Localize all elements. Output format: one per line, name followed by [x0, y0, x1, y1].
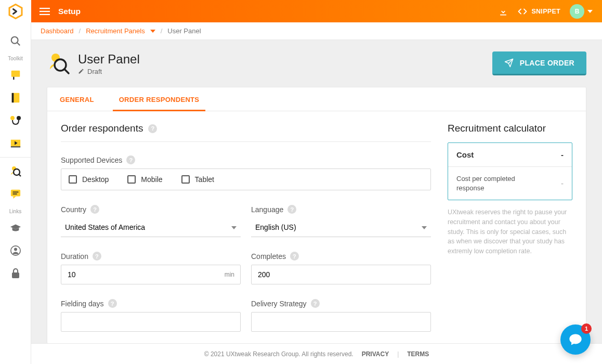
- sidebar-education-icon[interactable]: [0, 216, 31, 239]
- checkbox-desktop[interactable]: Desktop: [69, 175, 109, 184]
- snippet-label: SNIPPET: [531, 8, 560, 15]
- language-select[interactable]: [251, 218, 431, 237]
- cost-per-label: Cost per completed response: [456, 174, 534, 192]
- devices-box: Desktop Mobile Tablet: [61, 168, 431, 190]
- topbar: Setup SNIPPET B: [0, 0, 602, 22]
- checkbox-tablet[interactable]: Tablet: [181, 175, 214, 184]
- calculator-box: Cost - Cost per completed response -: [448, 142, 572, 200]
- calculator-title: Recruitment calculator: [448, 123, 572, 134]
- svg-point-10: [17, 116, 21, 120]
- language-label: Language ?: [251, 205, 431, 214]
- help-icon[interactable]: ?: [93, 252, 101, 261]
- breadcrumb: Dashboard / Recruitment Panels / User Pa…: [31, 22, 602, 40]
- help-icon[interactable]: ?: [90, 205, 99, 214]
- svg-rect-2: [40, 10, 50, 11]
- svg-line-24: [64, 69, 69, 73]
- search-icon[interactable]: [0, 30, 31, 53]
- fielding-label: Fielding days ?: [61, 299, 241, 308]
- chevron-down-icon[interactable]: [587, 10, 593, 13]
- fielding-input[interactable]: [61, 312, 241, 332]
- download-icon[interactable]: [498, 6, 508, 17]
- sidebar-user-panel-icon[interactable]: [0, 160, 31, 183]
- chat-icon: [568, 332, 583, 347]
- help-icon[interactable]: ?: [311, 299, 320, 308]
- menu-icon[interactable]: [40, 8, 50, 15]
- country-select[interactable]: [61, 218, 241, 237]
- sidebar-group-toolkit: Toolkit: [8, 56, 22, 61]
- avatar[interactable]: B: [570, 4, 584, 19]
- footer-terms-link[interactable]: TERMS: [407, 350, 429, 358]
- breadcrumb-dropdown-icon[interactable]: [150, 30, 155, 33]
- completes-label: Completes ?: [251, 252, 431, 261]
- svg-point-9: [10, 116, 15, 120]
- country-label: Country ?: [61, 205, 241, 214]
- language-value[interactable]: [251, 218, 431, 237]
- brand-logo[interactable]: [0, 0, 31, 22]
- page-section-title: Setup: [58, 7, 81, 16]
- footer-copyright: © 2021 UXtweak Research Group. All right…: [204, 350, 354, 358]
- country-value[interactable]: [61, 218, 241, 237]
- tab-general[interactable]: GENERAL: [58, 87, 96, 111]
- chat-badge: 1: [581, 323, 592, 334]
- svg-line-5: [17, 43, 20, 46]
- user-panel-icon: [47, 51, 71, 75]
- calculator-note: UXtweak reserves the right to pause your…: [448, 207, 572, 256]
- page-header: User Panel Draft PLACE ORDER: [47, 51, 586, 75]
- sidebar-tool-1[interactable]: [0, 63, 31, 86]
- tabs-card: GENERAL ORDER RESPONDENTS Order responde…: [47, 87, 586, 344]
- duration-label: Duration ?: [61, 252, 241, 261]
- sidebar-tool-3[interactable]: [0, 109, 31, 132]
- pencil-icon: [78, 68, 84, 74]
- page-title: User Panel: [78, 52, 140, 67]
- delivery-label: Delivery Strategy ?: [251, 299, 431, 308]
- sidebar-group-links: Links: [9, 209, 21, 214]
- svg-rect-1: [40, 8, 50, 9]
- tabs: GENERAL ORDER RESPONDENTS: [47, 87, 586, 111]
- page-status: Draft: [78, 68, 140, 75]
- place-order-button[interactable]: PLACE ORDER: [492, 51, 586, 75]
- duration-input[interactable]: [61, 265, 241, 284]
- section-title: Order respondents ?: [61, 123, 431, 134]
- snippet-button[interactable]: SNIPPET: [518, 8, 560, 15]
- tab-order-respondents[interactable]: ORDER RESPONDENTS: [117, 87, 202, 111]
- sidebar-chat-icon[interactable]: [0, 183, 31, 205]
- help-icon[interactable]: ?: [287, 205, 296, 214]
- sidebar-lock-icon[interactable]: [0, 262, 31, 285]
- help-icon[interactable]: ?: [108, 299, 117, 308]
- checkbox-mobile[interactable]: Mobile: [127, 175, 162, 184]
- svg-line-15: [19, 174, 21, 176]
- main: Dashboard / Recruitment Panels / User Pa…: [31, 22, 602, 364]
- svg-rect-8: [11, 93, 14, 102]
- breadcrumb-dashboard[interactable]: Dashboard: [41, 27, 74, 35]
- svg-rect-6: [11, 71, 20, 77]
- svg-rect-3: [40, 14, 50, 15]
- completes-input[interactable]: [251, 265, 431, 284]
- sidebar-tool-2[interactable]: [0, 86, 31, 109]
- chat-widget[interactable]: 1: [560, 324, 591, 355]
- svg-point-20: [14, 248, 17, 251]
- svg-point-4: [11, 37, 18, 44]
- breadcrumb-current: User Panel: [167, 27, 201, 35]
- footer-privacy-link[interactable]: PRIVACY: [362, 350, 389, 358]
- cost-value: -: [561, 150, 564, 159]
- footer: © 2021 UXtweak Research Group. All right…: [31, 343, 602, 364]
- svg-rect-21: [12, 272, 19, 278]
- sidebar-tool-4[interactable]: [0, 132, 31, 155]
- help-icon[interactable]: ?: [290, 252, 299, 261]
- help-icon[interactable]: ?: [148, 124, 157, 133]
- sidebar: Toolkit Links: [0, 22, 31, 364]
- help-icon[interactable]: ?: [126, 155, 135, 164]
- svg-rect-12: [10, 147, 20, 148]
- cost-label: Cost: [456, 150, 474, 159]
- delivery-input[interactable]: [251, 312, 431, 332]
- sidebar-account-icon[interactable]: [0, 239, 31, 262]
- devices-label: Supported Devices ?: [61, 155, 431, 164]
- cost-per-value: -: [561, 179, 564, 188]
- paper-plane-icon: [504, 58, 514, 68]
- svg-rect-16: [10, 190, 20, 197]
- breadcrumb-recruitment-panels[interactable]: Recruitment Panels: [86, 27, 145, 35]
- duration-suffix: min: [225, 271, 234, 278]
